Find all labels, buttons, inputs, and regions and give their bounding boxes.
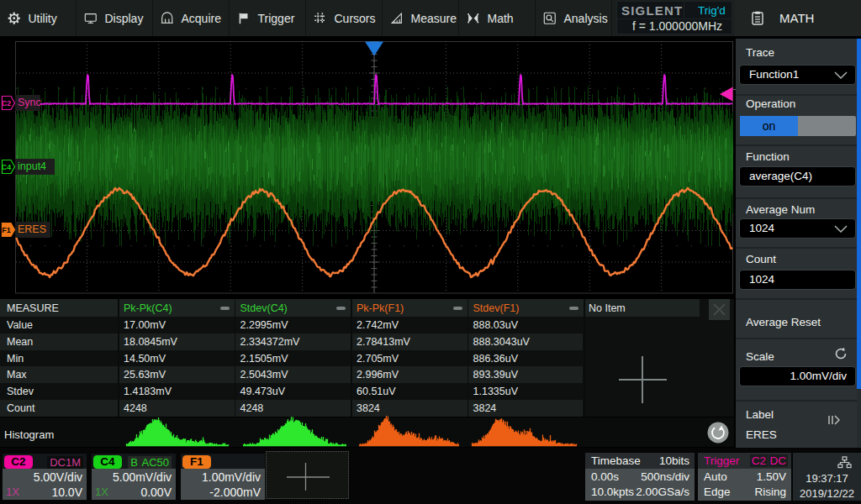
svg-text:F1: F1	[2, 226, 11, 234]
svg-text:C4: C4	[2, 163, 12, 171]
svg-text:input4: input4	[18, 160, 46, 172]
svg-text:ERES: ERES	[18, 223, 46, 235]
svg-text:C2: C2	[2, 99, 12, 108]
svg-text:Sync: Sync	[18, 97, 41, 108]
